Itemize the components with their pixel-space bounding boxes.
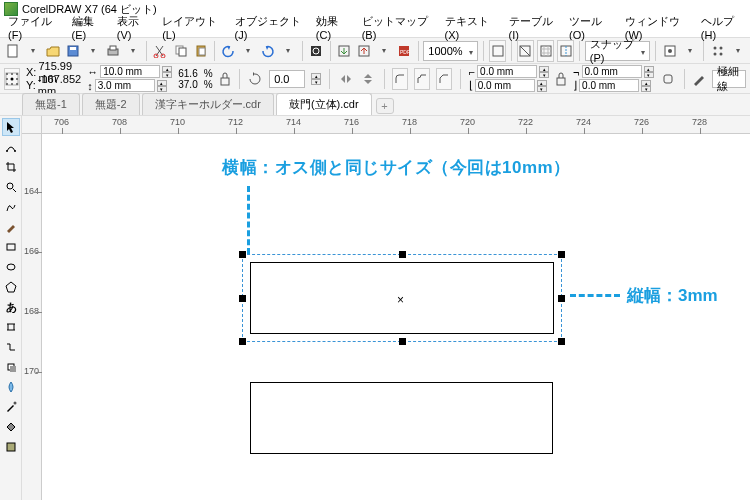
doc-tab-2[interactable]: 漢字キーホルダー.cdr — [142, 93, 274, 115]
handle-top-center[interactable] — [399, 251, 406, 258]
export-dropdown[interactable] — [376, 40, 393, 62]
handle-bottom-left[interactable] — [239, 338, 246, 345]
menu-edit[interactable]: 編集(E) — [66, 12, 109, 43]
spin-down[interactable]: ▾ — [539, 72, 549, 78]
new-dropdown[interactable] — [24, 40, 41, 62]
handle-bottom-right[interactable] — [558, 338, 565, 345]
handle-top-right[interactable] — [558, 251, 565, 258]
freehand-tool[interactable] — [2, 198, 20, 216]
eyedropper-tool[interactable] — [2, 398, 20, 416]
interactive-fill-tool[interactable] — [2, 418, 20, 436]
selection-center-icon[interactable]: × — [397, 293, 404, 307]
doc-tab-0[interactable]: 無題-1 — [22, 93, 80, 115]
outline-width-select[interactable]: 極細線 — [712, 70, 746, 88]
menu-effects[interactable]: 効果(C) — [310, 12, 354, 43]
ellipse-tool[interactable] — [2, 258, 20, 276]
doc-tab-1[interactable]: 無題-2 — [82, 93, 140, 115]
spin-down[interactable]: ▾ — [644, 72, 654, 78]
options-button[interactable] — [661, 40, 678, 62]
cut-button[interactable] — [152, 40, 169, 62]
menu-text[interactable]: テキスト(X) — [439, 12, 501, 43]
ruler-horizontal[interactable]: 706 708 710 712 714 716 718 720 722 724 … — [42, 116, 750, 134]
menu-table[interactable]: テーブル(I) — [503, 12, 561, 43]
publish-pdf-button[interactable]: PDF — [396, 40, 413, 62]
options-dropdown[interactable] — [681, 40, 698, 62]
doc-tab-3[interactable]: 鼓門(立体).cdr — [276, 93, 372, 115]
parallel-dim-tool[interactable] — [2, 318, 20, 336]
origin-anchor-button[interactable] — [4, 68, 20, 90]
menu-help[interactable]: ヘルプ(H) — [695, 12, 748, 43]
drop-shadow-tool[interactable] — [2, 358, 20, 376]
redo-button[interactable] — [260, 40, 277, 62]
show-rulers-button[interactable] — [517, 40, 534, 62]
rotation-input[interactable]: 0.0 — [269, 70, 305, 88]
snap-select[interactable]: スナップ(P) — [585, 41, 651, 61]
spin-down[interactable]: ▾ — [641, 86, 651, 92]
show-grid-button[interactable] — [537, 40, 554, 62]
width-down[interactable]: ▾ — [162, 72, 172, 78]
menu-file[interactable]: ファイル(F) — [2, 12, 64, 43]
menu-view[interactable]: 表示(V) — [111, 12, 154, 43]
search-content-button[interactable] — [308, 40, 325, 62]
corner-bl-input[interactable]: 0.0 mm — [475, 79, 535, 92]
crop-tool[interactable] — [2, 158, 20, 176]
paste-button[interactable] — [192, 40, 209, 62]
ruler-corner[interactable] — [22, 116, 42, 134]
app-launcher-dropdown[interactable] — [729, 40, 746, 62]
height-input[interactable]: 3.0 mm — [95, 79, 155, 92]
app-launcher-button[interactable] — [709, 40, 726, 62]
connector-tool[interactable] — [2, 338, 20, 356]
menu-object[interactable]: オブジェクト(J) — [229, 12, 308, 43]
menu-layout[interactable]: レイアウト(L) — [156, 12, 226, 43]
open-button[interactable] — [44, 40, 61, 62]
polygon-tool[interactable] — [2, 278, 20, 296]
artistic-media-tool[interactable] — [2, 218, 20, 236]
corner-lock-button[interactable] — [555, 70, 567, 88]
print-dropdown[interactable] — [124, 40, 141, 62]
handle-mid-left[interactable] — [239, 295, 246, 302]
handle-bottom-center[interactable] — [399, 338, 406, 345]
corner-tl-input[interactable]: 0.0 mm — [477, 65, 537, 78]
corner-br-input[interactable]: 0.0 mm — [579, 79, 639, 92]
text-tool[interactable]: あ — [2, 298, 20, 316]
print-button[interactable] — [104, 40, 121, 62]
smart-fill-tool[interactable] — [2, 438, 20, 456]
rotation-down[interactable]: ▾ — [311, 79, 321, 85]
relative-corner-button[interactable] — [660, 68, 676, 90]
rectangle-tool[interactable] — [2, 238, 20, 256]
handle-mid-right[interactable] — [558, 295, 565, 302]
show-guidelines-button[interactable] — [557, 40, 574, 62]
menu-bitmaps[interactable]: ビットマップ(B) — [356, 12, 437, 43]
pick-tool[interactable] — [2, 118, 20, 136]
undo-dropdown[interactable] — [240, 40, 257, 62]
corner-tr-input[interactable]: 0.0 mm — [582, 65, 642, 78]
corner-chamfer-button[interactable] — [436, 68, 452, 90]
fullscreen-button[interactable] — [489, 40, 506, 62]
import-button[interactable] — [335, 40, 352, 62]
zoom-tool[interactable] — [2, 178, 20, 196]
ruler-vertical[interactable]: 164 166 168 170 — [22, 134, 42, 500]
rectangle-shape-2[interactable] — [250, 382, 553, 454]
copy-button[interactable] — [172, 40, 189, 62]
selected-rectangle[interactable]: × — [242, 254, 562, 342]
corner-scallop-button[interactable] — [414, 68, 430, 90]
save-button[interactable] — [64, 40, 81, 62]
height-down[interactable]: ▾ — [157, 86, 167, 92]
spin-down[interactable]: ▾ — [537, 86, 547, 92]
handle-top-left[interactable] — [239, 251, 246, 258]
corner-round-button[interactable] — [392, 68, 408, 90]
lock-ratio-button[interactable] — [219, 70, 231, 88]
redo-dropdown[interactable] — [280, 40, 297, 62]
export-button[interactable] — [356, 40, 373, 62]
mirror-h-button[interactable] — [338, 68, 354, 90]
canvas[interactable]: 706 708 710 712 714 716 718 720 722 724 … — [22, 116, 750, 500]
transparency-tool[interactable] — [2, 378, 20, 396]
width-input[interactable]: 10.0 mm — [100, 65, 160, 78]
zoom-select[interactable]: 1000% — [423, 41, 478, 61]
new-button[interactable] — [4, 40, 21, 62]
save-dropdown[interactable] — [84, 40, 101, 62]
mirror-v-button[interactable] — [360, 68, 376, 90]
undo-button[interactable] — [220, 40, 237, 62]
new-tab-button[interactable]: + — [376, 98, 394, 114]
drawing-page[interactable]: 横幅：オス側と同じサイズ（今回は10mm） × 縦幅：3mm — [42, 134, 750, 500]
